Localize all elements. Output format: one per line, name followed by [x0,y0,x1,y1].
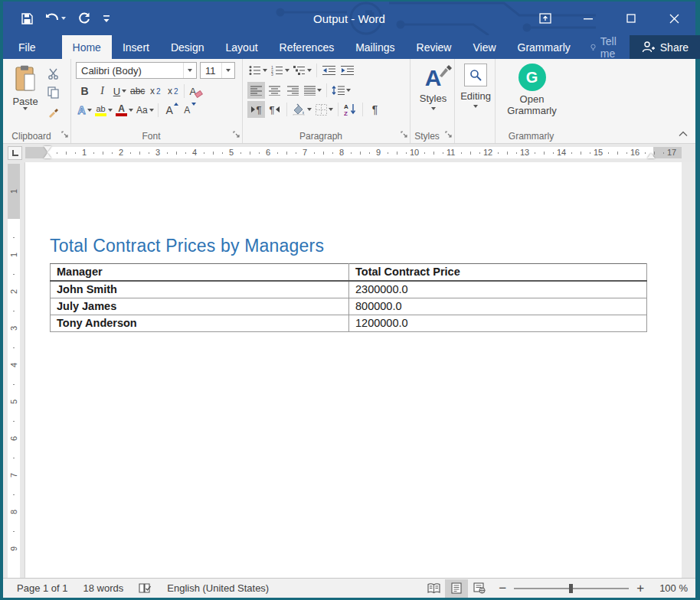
ribbon-display-options-button[interactable] [524,2,567,35]
scrollbar-gutter[interactable] [682,162,695,578]
language-indicator[interactable]: English (United States) [159,582,276,594]
print-layout-button[interactable] [445,579,468,598]
rtl-text-direction-button[interactable]: ¶ [266,101,283,118]
font-size-dropdown-caret[interactable] [221,63,234,78]
shrink-font-button[interactable]: A [178,102,196,119]
font-size-combo[interactable]: 11 [200,62,235,79]
web-layout-button[interactable] [468,579,491,598]
proofing-status[interactable] [131,582,159,594]
font-name-dropdown-caret[interactable] [183,63,196,78]
table-row[interactable]: July James 800000.0 [51,298,647,315]
horizontal-ruler[interactable]: 1234567891011121314151617 [25,147,682,158]
editing-button[interactable]: Editing [460,62,492,128]
show-formatting-marks-button[interactable]: ¶ [366,101,384,118]
open-grammarly-button[interactable]: G Open Grammarly [500,62,564,128]
underline-dropdown-caret[interactable] [122,90,126,93]
document-heading[interactable]: Total Contract Prices by Managers [50,236,657,256]
contract-prices-table[interactable]: Manager Total Contract Price John Smith … [50,263,647,332]
font-dialog-launcher[interactable] [233,127,240,141]
read-mode-button[interactable] [422,579,445,598]
borders-button[interactable] [314,101,335,118]
styles-dialog-launcher[interactable] [445,127,452,141]
shading-dropdown-caret[interactable] [307,108,312,111]
word-count[interactable]: 18 words [76,582,132,594]
align-center-button[interactable] [266,82,283,99]
bullets-button[interactable] [247,62,269,79]
increase-indent-button[interactable] [339,62,356,79]
first-line-indent-marker[interactable] [44,146,51,152]
paste-button[interactable]: Paste [8,64,43,119]
line-spacing-button[interactable] [330,82,352,99]
tab-insert[interactable]: Insert [112,35,160,59]
tab-home[interactable]: Home [62,35,112,59]
price-cell[interactable]: 2300000.0 [349,281,647,298]
table-row[interactable]: John Smith 2300000.0 [51,281,647,298]
manager-cell[interactable]: Tony Anderson [51,315,349,332]
minimize-button[interactable] [567,2,610,35]
strikethrough-button[interactable]: abc [129,83,146,99]
superscript-button[interactable]: x2 [164,83,182,99]
tab-references[interactable]: References [269,35,345,59]
share-button[interactable]: Share [630,35,700,59]
italic-button[interactable]: I [93,83,111,99]
clipboard-dialog-launcher[interactable] [61,127,68,141]
manager-cell[interactable]: July James [51,298,349,315]
justify-button[interactable] [303,82,323,99]
justify-dropdown-caret[interactable] [317,89,322,92]
tab-mailings[interactable]: Mailings [345,35,405,59]
tab-review[interactable]: Review [406,35,463,59]
collapse-ribbon-button[interactable] [679,126,688,140]
zoom-slider-thumb[interactable] [569,584,573,593]
font-color-button[interactable]: A [114,102,135,119]
zoom-percentage[interactable]: 100 % [652,582,689,594]
hanging-indent-marker[interactable] [44,153,51,158]
text-effects-dropdown-caret[interactable] [87,109,92,112]
ltr-text-direction-button[interactable]: ¶ [247,101,265,118]
text-effects-button[interactable]: A [76,102,93,119]
borders-dropdown-caret[interactable] [329,108,333,111]
multilevel-dropdown-caret[interactable] [307,69,312,72]
zoom-slider[interactable] [514,588,629,589]
paste-dropdown-caret[interactable] [23,107,28,110]
format-painter-button[interactable] [44,103,62,120]
zoom-out-button[interactable]: − [499,582,506,595]
underline-button[interactable]: U [111,83,129,99]
maximize-button[interactable] [610,2,653,35]
decrease-indent-button[interactable] [320,62,338,79]
change-case-dropdown-caret[interactable] [149,109,154,112]
multilevel-list-button[interactable] [292,62,313,79]
tab-stop-selector[interactable] [8,146,22,160]
manager-cell[interactable]: John Smith [51,281,349,298]
styles-button[interactable]: A Styles [415,62,451,128]
clear-formatting-button[interactable]: A [187,83,204,99]
numbering-dropdown-caret[interactable] [285,69,289,72]
table-header-row[interactable]: Manager Total Contract Price [51,264,647,282]
subscript-button[interactable]: x2 [146,83,164,99]
paragraph-dialog-launcher[interactable] [401,127,407,141]
document-page[interactable]: Total Contract Prices by Managers Manage… [25,162,682,578]
page-indicator[interactable]: Page 1 of 1 [9,582,76,594]
table-header-manager[interactable]: Manager [51,264,349,282]
shading-button[interactable] [290,101,313,118]
tab-layout[interactable]: Layout [215,35,269,59]
styles-dropdown-caret[interactable] [431,107,436,110]
numbering-button[interactable]: 123 [270,62,291,79]
table-row[interactable]: Tony Anderson 1200000.0 [51,315,647,332]
bold-button[interactable]: B [76,83,93,99]
font-name-combo[interactable]: Calibri (Body) [76,62,197,79]
copy-button[interactable] [44,84,62,101]
change-case-button[interactable]: Aa [135,102,155,119]
sort-button[interactable]: A Z [342,101,359,118]
align-right-button[interactable] [284,82,302,99]
table-header-price[interactable]: Total Contract Price [349,264,647,282]
tab-file[interactable]: File [3,35,51,59]
tab-design[interactable]: Design [160,35,215,59]
bullets-dropdown-caret[interactable] [263,69,267,72]
highlight-button[interactable]: ab [93,102,114,119]
tell-me-box[interactable]: Tell me [581,35,630,59]
price-cell[interactable]: 800000.0 [349,298,647,315]
editing-dropdown-caret[interactable] [473,105,478,108]
zoom-in-button[interactable]: + [636,582,644,595]
cut-button[interactable] [44,65,62,82]
line-spacing-dropdown-caret[interactable] [346,89,351,92]
